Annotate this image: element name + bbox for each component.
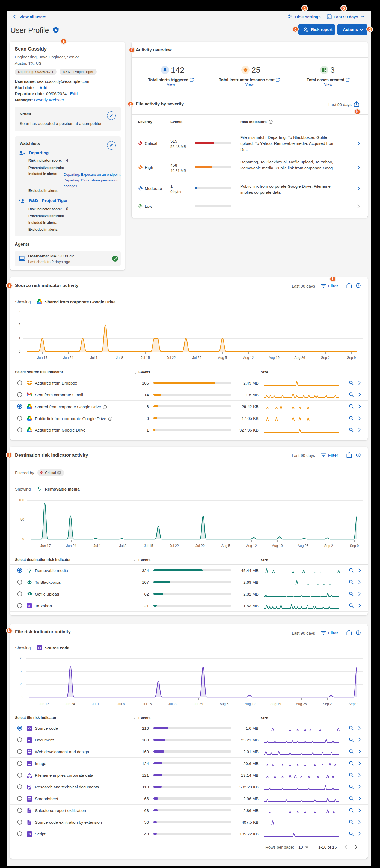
svg-text:S: S — [28, 832, 31, 836]
svg-text:y!: y! — [28, 604, 30, 607]
